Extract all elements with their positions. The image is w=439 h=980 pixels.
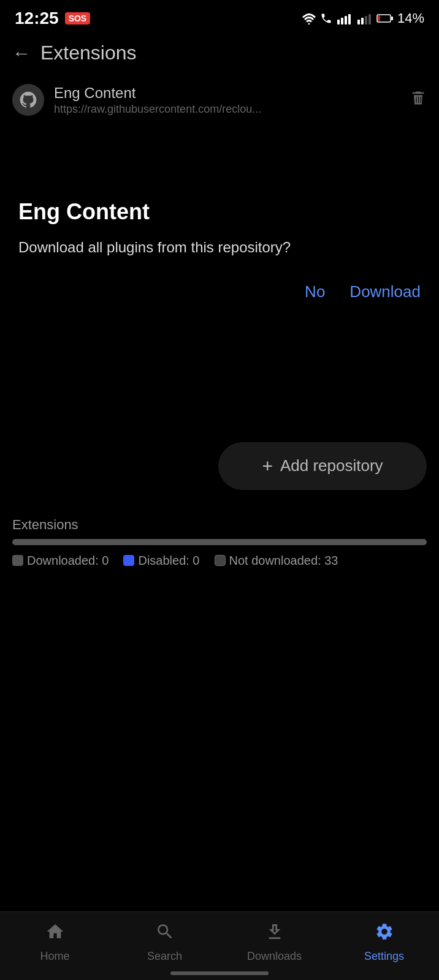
extensions-progress-bar [12,539,427,545]
disabled-label: Disabled: 0 [138,554,199,568]
progress-bar-fill [12,539,427,545]
signal2-icon [356,12,373,24]
nav-label-downloads: Downloads [247,950,302,963]
back-button[interactable]: ← [12,43,31,64]
svg-rect-2 [341,18,343,24]
svg-rect-5 [357,20,360,24]
svg-rect-4 [348,14,351,24]
downloaded-label: Downloaded: 0 [27,554,109,568]
plus-icon: + [262,456,273,477]
extensions-section: Extensions Downloaded: 0 Disabled: 0 Not… [0,502,439,574]
stat-disabled: Disabled: 0 [123,554,199,568]
github-logo [18,90,38,110]
wifi-icon [302,12,316,24]
nav-item-home[interactable]: Home [18,922,92,963]
repository-name: Eng Content [54,85,400,102]
home-icon [45,922,65,946]
add-repository-container: + Add repository [0,442,439,490]
extensions-label: Extensions [12,517,427,533]
download-button[interactable]: Download [349,282,421,301]
home-svg [45,922,65,941]
status-sos: SOS [65,12,91,24]
not-downloaded-dot [215,555,226,566]
status-right: 14% [302,10,424,26]
status-bar: 12:25 SOS [0,0,439,34]
trash-icon [410,89,427,107]
phone-icon [319,12,333,24]
repository-info: Eng Content https://raw.githubuserconten… [54,85,400,116]
page-title: Extensions [40,42,137,64]
downloads-svg [265,922,284,941]
dialog-area: Eng Content Download all plugins from th… [0,162,439,320]
status-left: 12:25 SOS [15,9,90,28]
battery-percentage: 14% [397,10,424,26]
svg-rect-6 [361,18,364,24]
svg-rect-1 [337,20,340,24]
repository-url: https://raw.githubusercontent.com/reclou… [54,103,400,116]
repository-item: Eng Content https://raw.githubuserconten… [0,74,439,126]
battery-icon [376,12,394,24]
nav-item-search[interactable]: Search [128,922,202,963]
svg-rect-7 [365,16,367,24]
svg-rect-3 [345,16,347,24]
settings-svg [375,922,394,941]
dialog-message: Download all plugins from this repositor… [18,237,421,258]
nav-item-settings[interactable]: Settings [348,922,421,963]
nav-label-settings: Settings [364,950,404,963]
svg-point-0 [308,23,310,25]
add-repository-button[interactable]: + Add repository [218,442,427,490]
signal-icon [336,12,353,24]
status-icons [302,12,394,24]
settings-icon [375,922,394,946]
stat-downloaded: Downloaded: 0 [12,554,109,568]
extensions-stats: Downloaded: 0 Disabled: 0 Not downloaded… [12,554,427,568]
svg-rect-10 [391,17,393,20]
dialog-actions: No Download [18,282,421,301]
search-icon [155,922,175,946]
nav-label-home: Home [40,950,69,963]
nav-label-search: Search [147,950,182,963]
no-button[interactable]: No [305,282,325,301]
svg-rect-8 [368,14,371,24]
disabled-dot [123,555,134,566]
downloaded-dot [12,555,23,566]
github-icon [12,84,44,116]
header: ← Extensions [0,34,439,74]
gesture-bar [170,971,269,975]
nav-item-downloads[interactable]: Downloads [238,922,311,963]
svg-rect-11 [378,16,380,21]
search-svg [155,922,175,941]
bottom-navigation: Home Search Downloads Settings [0,911,439,980]
not-downloaded-label: Not downloaded: 33 [229,554,338,568]
delete-repository-button[interactable] [410,89,427,111]
add-repository-label: Add repository [280,456,383,475]
dialog-title: Eng Content [18,199,421,225]
downloads-icon [265,922,284,946]
status-time: 12:25 [15,9,59,28]
stat-not-downloaded: Not downloaded: 33 [215,554,338,568]
